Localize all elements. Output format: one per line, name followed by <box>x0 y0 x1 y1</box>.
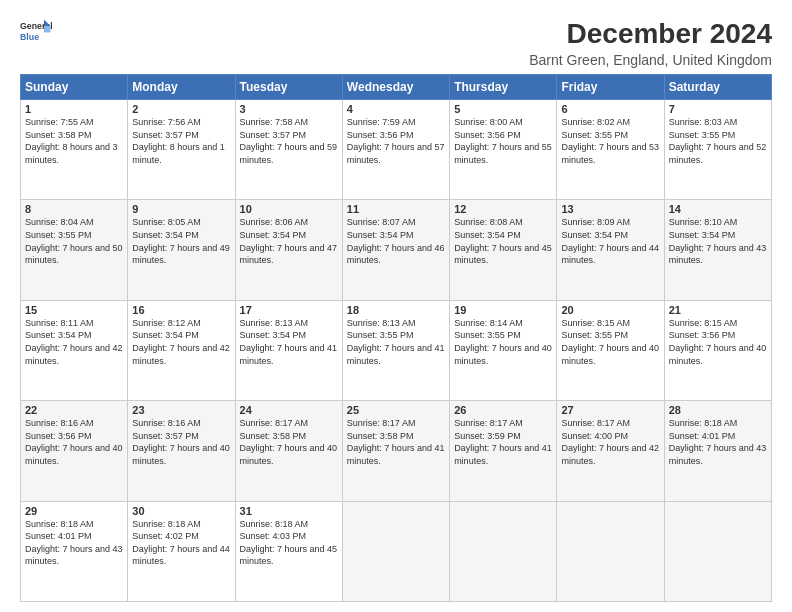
day-info: Sunrise: 8:16 AMSunset: 3:56 PMDaylight:… <box>25 418 123 466</box>
day-info: Sunrise: 8:09 AMSunset: 3:54 PMDaylight:… <box>561 217 659 265</box>
calendar-week-row: 8 Sunrise: 8:04 AMSunset: 3:55 PMDayligh… <box>21 200 772 300</box>
day-number: 28 <box>669 404 767 416</box>
calendar-header-row: Sunday Monday Tuesday Wednesday Thursday… <box>21 75 772 100</box>
table-row: 26 Sunrise: 8:17 AMSunset: 3:59 PMDaylig… <box>450 401 557 501</box>
table-row: 20 Sunrise: 8:15 AMSunset: 3:55 PMDaylig… <box>557 300 664 400</box>
day-info: Sunrise: 8:17 AMSunset: 3:58 PMDaylight:… <box>240 418 338 466</box>
day-number: 25 <box>347 404 445 416</box>
table-row: 24 Sunrise: 8:17 AMSunset: 3:58 PMDaylig… <box>235 401 342 501</box>
day-info: Sunrise: 8:17 AMSunset: 3:58 PMDaylight:… <box>347 418 445 466</box>
header-saturday: Saturday <box>664 75 771 100</box>
table-row: 21 Sunrise: 8:15 AMSunset: 3:56 PMDaylig… <box>664 300 771 400</box>
day-number: 29 <box>25 505 123 517</box>
svg-text:Blue: Blue <box>20 32 39 42</box>
header-tuesday: Tuesday <box>235 75 342 100</box>
table-row: 1 Sunrise: 7:55 AMSunset: 3:58 PMDayligh… <box>21 100 128 200</box>
day-info: Sunrise: 8:13 AMSunset: 3:54 PMDaylight:… <box>240 318 338 366</box>
day-number: 24 <box>240 404 338 416</box>
day-info: Sunrise: 8:11 AMSunset: 3:54 PMDaylight:… <box>25 318 123 366</box>
day-number: 5 <box>454 103 552 115</box>
day-info: Sunrise: 8:18 AMSunset: 4:01 PMDaylight:… <box>25 519 123 567</box>
table-row: 7 Sunrise: 8:03 AMSunset: 3:55 PMDayligh… <box>664 100 771 200</box>
day-number: 22 <box>25 404 123 416</box>
day-info: Sunrise: 8:17 AMSunset: 3:59 PMDaylight:… <box>454 418 552 466</box>
day-number: 15 <box>25 304 123 316</box>
table-row: 31 Sunrise: 8:18 AMSunset: 4:03 PMDaylig… <box>235 501 342 601</box>
day-number: 10 <box>240 203 338 215</box>
day-number: 4 <box>347 103 445 115</box>
table-row: 13 Sunrise: 8:09 AMSunset: 3:54 PMDaylig… <box>557 200 664 300</box>
header: General Blue December 2024 Barnt Green, … <box>20 18 772 68</box>
day-number: 20 <box>561 304 659 316</box>
day-info: Sunrise: 8:10 AMSunset: 3:54 PMDaylight:… <box>669 217 767 265</box>
day-info: Sunrise: 8:15 AMSunset: 3:55 PMDaylight:… <box>561 318 659 366</box>
day-info: Sunrise: 7:56 AMSunset: 3:57 PMDaylight:… <box>132 117 225 165</box>
day-number: 18 <box>347 304 445 316</box>
table-row: 25 Sunrise: 8:17 AMSunset: 3:58 PMDaylig… <box>342 401 449 501</box>
day-info: Sunrise: 8:13 AMSunset: 3:55 PMDaylight:… <box>347 318 445 366</box>
day-info: Sunrise: 8:04 AMSunset: 3:55 PMDaylight:… <box>25 217 123 265</box>
table-row <box>450 501 557 601</box>
day-number: 30 <box>132 505 230 517</box>
table-row: 23 Sunrise: 8:16 AMSunset: 3:57 PMDaylig… <box>128 401 235 501</box>
day-info: Sunrise: 8:12 AMSunset: 3:54 PMDaylight:… <box>132 318 230 366</box>
day-number: 12 <box>454 203 552 215</box>
day-info: Sunrise: 8:15 AMSunset: 3:56 PMDaylight:… <box>669 318 767 366</box>
day-number: 8 <box>25 203 123 215</box>
table-row: 16 Sunrise: 8:12 AMSunset: 3:54 PMDaylig… <box>128 300 235 400</box>
table-row: 30 Sunrise: 8:18 AMSunset: 4:02 PMDaylig… <box>128 501 235 601</box>
calendar-table: Sunday Monday Tuesday Wednesday Thursday… <box>20 74 772 602</box>
table-row: 29 Sunrise: 8:18 AMSunset: 4:01 PMDaylig… <box>21 501 128 601</box>
table-row <box>342 501 449 601</box>
day-number: 2 <box>132 103 230 115</box>
svg-marker-3 <box>44 26 50 32</box>
day-number: 3 <box>240 103 338 115</box>
table-row: 8 Sunrise: 8:04 AMSunset: 3:55 PMDayligh… <box>21 200 128 300</box>
day-number: 17 <box>240 304 338 316</box>
page-subtitle: Barnt Green, England, United Kingdom <box>529 52 772 68</box>
table-row: 28 Sunrise: 8:18 AMSunset: 4:01 PMDaylig… <box>664 401 771 501</box>
day-info: Sunrise: 7:55 AMSunset: 3:58 PMDaylight:… <box>25 117 118 165</box>
calendar-week-row: 1 Sunrise: 7:55 AMSunset: 3:58 PMDayligh… <box>21 100 772 200</box>
day-number: 31 <box>240 505 338 517</box>
day-number: 14 <box>669 203 767 215</box>
table-row: 5 Sunrise: 8:00 AMSunset: 3:56 PMDayligh… <box>450 100 557 200</box>
day-info: Sunrise: 8:18 AMSunset: 4:02 PMDaylight:… <box>132 519 230 567</box>
table-row: 11 Sunrise: 8:07 AMSunset: 3:54 PMDaylig… <box>342 200 449 300</box>
page: General Blue December 2024 Barnt Green, … <box>0 0 792 612</box>
day-number: 7 <box>669 103 767 115</box>
header-wednesday: Wednesday <box>342 75 449 100</box>
day-info: Sunrise: 8:18 AMSunset: 4:01 PMDaylight:… <box>669 418 767 466</box>
header-sunday: Sunday <box>21 75 128 100</box>
day-number: 9 <box>132 203 230 215</box>
day-number: 26 <box>454 404 552 416</box>
table-row: 10 Sunrise: 8:06 AMSunset: 3:54 PMDaylig… <box>235 200 342 300</box>
header-thursday: Thursday <box>450 75 557 100</box>
day-info: Sunrise: 8:02 AMSunset: 3:55 PMDaylight:… <box>561 117 659 165</box>
day-number: 21 <box>669 304 767 316</box>
day-number: 1 <box>25 103 123 115</box>
day-number: 19 <box>454 304 552 316</box>
table-row: 22 Sunrise: 8:16 AMSunset: 3:56 PMDaylig… <box>21 401 128 501</box>
table-row: 4 Sunrise: 7:59 AMSunset: 3:56 PMDayligh… <box>342 100 449 200</box>
page-title: December 2024 <box>529 18 772 50</box>
calendar-week-row: 22 Sunrise: 8:16 AMSunset: 3:56 PMDaylig… <box>21 401 772 501</box>
day-info: Sunrise: 8:07 AMSunset: 3:54 PMDaylight:… <box>347 217 445 265</box>
day-info: Sunrise: 8:03 AMSunset: 3:55 PMDaylight:… <box>669 117 767 165</box>
day-number: 11 <box>347 203 445 215</box>
day-info: Sunrise: 8:05 AMSunset: 3:54 PMDaylight:… <box>132 217 230 265</box>
table-row: 27 Sunrise: 8:17 AMSunset: 4:00 PMDaylig… <box>557 401 664 501</box>
table-row <box>557 501 664 601</box>
table-row: 18 Sunrise: 8:13 AMSunset: 3:55 PMDaylig… <box>342 300 449 400</box>
day-info: Sunrise: 8:18 AMSunset: 4:03 PMDaylight:… <box>240 519 338 567</box>
table-row: 15 Sunrise: 8:11 AMSunset: 3:54 PMDaylig… <box>21 300 128 400</box>
day-info: Sunrise: 8:08 AMSunset: 3:54 PMDaylight:… <box>454 217 552 265</box>
calendar-week-row: 15 Sunrise: 8:11 AMSunset: 3:54 PMDaylig… <box>21 300 772 400</box>
table-row: 14 Sunrise: 8:10 AMSunset: 3:54 PMDaylig… <box>664 200 771 300</box>
table-row: 6 Sunrise: 8:02 AMSunset: 3:55 PMDayligh… <box>557 100 664 200</box>
day-info: Sunrise: 8:16 AMSunset: 3:57 PMDaylight:… <box>132 418 230 466</box>
title-block: December 2024 Barnt Green, England, Unit… <box>529 18 772 68</box>
logo: General Blue <box>20 18 52 50</box>
day-info: Sunrise: 8:06 AMSunset: 3:54 PMDaylight:… <box>240 217 338 265</box>
day-info: Sunrise: 8:14 AMSunset: 3:55 PMDaylight:… <box>454 318 552 366</box>
